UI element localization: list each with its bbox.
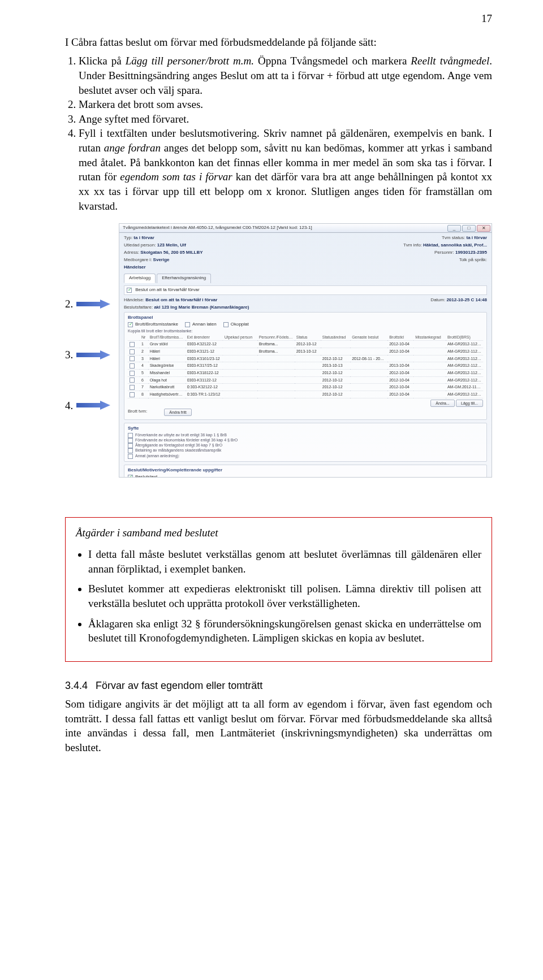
- tvm-status-value: ta i förvar: [467, 235, 487, 240]
- beslutsfattare-label: Beslutsfattare:: [124, 305, 153, 310]
- typ-label: Typ:: [124, 235, 132, 240]
- utpekad-value: 123 Melin, Ulf: [157, 242, 186, 248]
- table-row[interactable]: 7Narkotikabrott0:303-K32122-122012-10-12…: [128, 384, 483, 391]
- minimize-button[interactable]: _: [447, 225, 461, 232]
- table-row[interactable]: 3Häleri0303-K3161/23-122012-10-122012-08…: [128, 355, 483, 362]
- intro-text: I Cåbra fattas beslut om förvar med förb…: [65, 35, 492, 50]
- tvminfo-value: Häktad, sannolika skäl, Prof...: [423, 242, 487, 248]
- step-4: Fyll i textfälten under beslutsmotiverin…: [79, 126, 492, 213]
- beslutsfattare-value: akl 123 Ing Marie Breman (Kammaråklagare…: [154, 305, 249, 310]
- table-row[interactable]: 8Hastighetsöverträde...0:303-TR:1-123/12…: [128, 391, 483, 398]
- step-2: Markera det brott som avses.: [79, 97, 492, 112]
- svg-marker-2: [76, 401, 110, 410]
- brott-tvm-label: Brott tvm:: [128, 409, 147, 416]
- brottspanel-header: Brottspanel: [128, 315, 483, 321]
- subtab-a-radio[interactable]: [128, 322, 133, 327]
- app-screenshot: Tvångsmeddelanketext i ärende AM-4050-12…: [119, 223, 492, 478]
- lagg-till-button[interactable]: Lägg till...: [456, 400, 483, 407]
- syfte-opt3[interactable]: [128, 443, 133, 448]
- table-row[interactable]: 4Skadegörelse0303-K317/25-122013-10-1320…: [128, 362, 483, 370]
- beslutstext-checkbox[interactable]: [128, 475, 133, 478]
- step-3: Ange syftet med förvaret.: [79, 112, 492, 127]
- tab-arbetslogg[interactable]: Arbetslogg: [124, 274, 156, 283]
- step-1: Klicka på Lägg till personer/brott m.m. …: [79, 54, 492, 97]
- tvminfo-label: Tvm info:: [403, 242, 422, 248]
- maximize-button[interactable]: □: [462, 225, 476, 232]
- pointer-2: 2.: [65, 297, 119, 311]
- syfte-header: Syfte: [128, 426, 483, 432]
- syfte-opt2[interactable]: [128, 438, 133, 443]
- actions-box: Åtgärder i samband med beslutet I detta …: [65, 517, 492, 661]
- svg-marker-0: [76, 300, 110, 309]
- adress-value: Skolgatan 56, 200 05 MILLBY: [140, 250, 202, 255]
- tolk-label: Tolk på språk:: [459, 257, 487, 262]
- tab-efterhand[interactable]: Efterhandsgranskning: [157, 274, 211, 283]
- beslut-motivering-section: Beslut/Motivering/Kompletterande uppgift…: [124, 465, 487, 478]
- syfte-opt4[interactable]: [128, 448, 133, 453]
- subtab-b-radio[interactable]: [185, 322, 190, 327]
- pointer-4: 4.: [65, 398, 119, 413]
- koppla-label: Koppla till brott eller brottsmisstanke:: [128, 329, 483, 334]
- svg-marker-1: [76, 350, 110, 359]
- beslut-checkbox[interactable]: [127, 288, 132, 293]
- subheading: 3.4.4Förvar av fast egendom eller tomträ…: [65, 679, 492, 692]
- typ-value: ta i förvar: [133, 235, 154, 240]
- action-item-2: Beslutet kommer att expedieras elektroni…: [88, 582, 481, 610]
- pointer-3: 3.: [65, 348, 119, 362]
- action-item-1: I detta fall måste beslutet verkställas …: [88, 547, 481, 576]
- syfte-section: Syfte Förverkande av utbyte av brott enl…: [124, 423, 487, 461]
- close-button[interactable]: ✕: [477, 225, 490, 232]
- actions-heading: Åtgärder i samband med beslutet: [76, 526, 481, 540]
- handelse-label: Händelse:: [124, 297, 144, 302]
- datum-label: Datum:: [430, 297, 445, 302]
- page-number: 17: [65, 11, 492, 26]
- utpekad-label: Utledad person:: [124, 242, 156, 248]
- andra-button[interactable]: Ändra...: [430, 400, 455, 407]
- table-row[interactable]: 5Misshandel0303-K318122-122012-10-122012…: [128, 369, 483, 376]
- table-row[interactable]: 2Häleri0303-K3121-12Brottsma...2013-10-1…: [128, 348, 483, 355]
- closing-paragraph: Som tidigare angivits är det möjligt att…: [65, 697, 492, 755]
- steps-list: Klicka på Lägg till personer/brott m.m. …: [79, 54, 492, 213]
- syfte-opt5[interactable]: [128, 454, 133, 459]
- action-item-3: Åklagaren ska enligt 32 § förundersöknin…: [88, 617, 481, 645]
- syfte-opt1[interactable]: [128, 433, 133, 438]
- beslut-check-label: Beslut om att ta förvarNåf förvar: [135, 287, 199, 292]
- andra-fritt-button[interactable]: Ändra fritt: [164, 409, 191, 416]
- personnr-value: 19930123-2395: [455, 250, 487, 255]
- table-row[interactable]: 6Olaga hot0303-K31122-122012-10-122012-1…: [128, 376, 483, 384]
- handelse-value: Beslut om att ta förvarNåf i förvar: [145, 297, 217, 302]
- tvm-status-label: Tvm status:: [442, 235, 465, 240]
- datum-value: 2012-10-25 C 14:48: [446, 297, 487, 302]
- handelser-label: Händelser: [124, 264, 146, 270]
- medborg-label: Medborgare i:: [124, 257, 152, 262]
- personnr-label: Personnr:: [434, 250, 454, 255]
- beslut-mot-header: Beslut/Motivering/Kompletterande uppgift…: [128, 467, 483, 474]
- window-title: Tvångsmeddelanketext i ärende AM-4050-12…: [123, 225, 312, 231]
- medborg-value: Sverige: [153, 257, 170, 262]
- brott-table: NrBrotT/BrottsmisstankeExt ärendenrUtpek…: [128, 334, 483, 398]
- brottspanel-section: Brottspanel Brott/Brottsmisstanke Annan …: [124, 312, 487, 420]
- window-titlebar: Tvångsmeddelanketext i ärende AM-4050-12…: [119, 224, 492, 233]
- table-row[interactable]: 1Grov stöld0303-K32122-12Brottsma...2012…: [128, 341, 483, 348]
- adress-label: Adress:: [124, 250, 139, 255]
- subtab-c-radio[interactable]: [223, 322, 229, 327]
